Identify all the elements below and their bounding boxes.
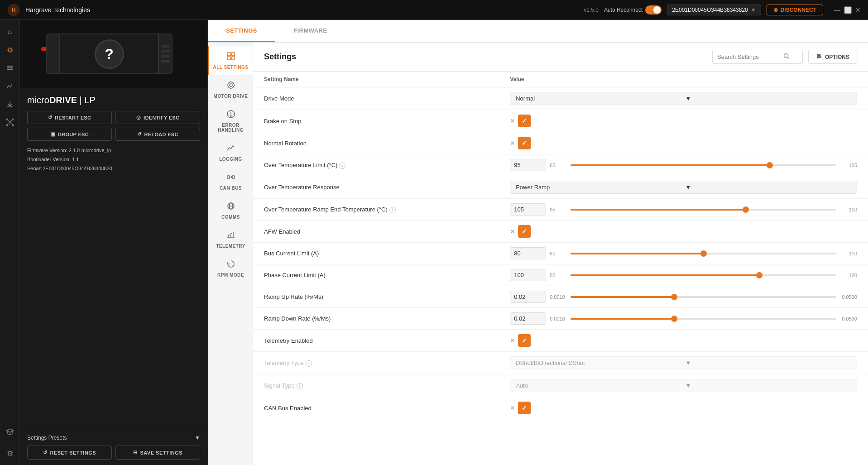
checkbox-x-afw-enabled[interactable]: ✕ [510,228,515,235]
svg-point-36 [784,54,788,58]
setting-name-normal-rotation: Normal Rotation [264,140,307,147]
checkbox-x-normal-rotation[interactable]: ✕ [510,139,515,147]
reset-settings-button[interactable]: ↺ RESET SETTINGS [27,446,112,460]
close-icon[interactable]: ✕ [855,6,861,14]
minimize-icon[interactable]: — [834,6,840,14]
checkbox-brake-on-stop[interactable] [518,115,531,127]
checkbox-normal-rotation[interactable] [518,137,531,149]
dropdown-arrow-icon: ▼ [686,184,851,191]
sidebar-item-gear-bottom[interactable]: ⚙ [2,445,18,461]
dropdown-drive-mode[interactable]: Normal▼ [510,92,857,105]
settings-content: ALL SETTINGS MOTOR DRIVE [208,43,868,465]
value-input-over-temp-limit[interactable] [510,159,546,171]
sidebar-item-layers[interactable] [2,60,18,76]
setting-name-signal-type: Signal Typei [264,382,303,389]
nav-error-handling[interactable]: ERROR HANDLING [208,104,253,138]
checkbox-x-brake-on-stop[interactable]: ✕ [510,117,515,125]
slider-thumb-bus-current-limit[interactable] [700,250,707,257]
device-selector[interactable]: 2E001D00045O344B38343820 ▼ [667,5,761,15]
checkbox-x-telemetry-enabled[interactable]: ✕ [510,337,515,344]
nav-can-bus[interactable]: CAN BUS [208,167,253,196]
nav-logging[interactable]: LOGGING [208,138,253,167]
slider-container-ramp-down-rate: 0.00100.0500 [550,316,857,321]
table-row: Over Temperature Ramp End Temperature (°… [253,199,868,221]
dropdown-signal-type: Auto▼ [510,379,857,392]
slider-fill-over-temp-ramp-end [571,209,746,211]
firmware-label: Firmware Version: [27,148,67,153]
slider-thumb-ramp-down-rate[interactable] [671,316,677,322]
reset-icon: ↺ [43,450,48,455]
slider-thumb-over-temp-limit[interactable] [767,162,773,168]
presets-header[interactable]: Settings Presets ▼ [27,435,200,441]
sidebar-item-settings[interactable]: ⚙ [2,42,18,58]
nav-comms[interactable]: COMMS [208,196,253,225]
sidebar-item-home[interactable]: ⌂ [2,24,18,40]
disconnect-button[interactable]: ⊗ DISCONNECT [767,5,823,15]
slider-max-label-over-temp-limit: 105 [839,163,857,168]
value-input-over-temp-ramp-end[interactable] [510,203,546,216]
checkbox-x-can-bus-enabled[interactable]: ✕ [510,404,515,412]
table-row: Over Temperature Limit (°C)i65105 [253,154,868,176]
slider-track-ramp-down-rate[interactable] [571,318,836,320]
dropdown-over-temp-response[interactable]: Power Ramp▼ [510,181,857,194]
can-bus-icon [226,173,235,184]
slider-fill-bus-current-limit [571,253,703,254]
settings-table: Setting Name Value Drive ModeNormal▼Brak… [253,72,868,419]
info-icon-signal-type[interactable]: i [297,383,303,389]
slider-track-bus-current-limit[interactable] [571,253,836,254]
slider-cell-ramp-up-rate: 0.00100.0500 [510,291,857,303]
nav-telemetry[interactable]: TELEMETRY [208,225,253,254]
svg-rect-17 [231,53,235,56]
checkbox-can-bus-enabled[interactable] [518,402,531,414]
checkbox-telemetry-enabled[interactable] [518,334,531,347]
group-esc-button[interactable]: ▣ GROUP ESC [27,128,112,141]
settings-presets-panel: Settings Presets ▼ ↺ RESET SETTINGS ⊟ SA… [20,429,207,465]
autoreconnect-toggle[interactable] [645,5,662,14]
sidebar-item-chart[interactable] [2,78,18,94]
options-button[interactable]: OPTIONS [808,50,857,64]
restore-icon[interactable]: ⬜ [844,6,852,14]
value-input-phase-current-limit[interactable] [510,269,546,281]
logging-icon [226,144,235,155]
sidebar-item-graduation[interactable] [2,423,18,440]
value-input-bus-current-limit[interactable] [510,247,546,259]
search-icon [783,53,790,61]
search-settings-input[interactable] [717,53,781,60]
settings-title: Settings [264,52,707,62]
reload-icon: ↺ [137,131,141,137]
slider-track-over-temp-ramp-end[interactable] [571,209,836,211]
value-input-ramp-down-rate[interactable] [510,312,546,325]
reload-esc-button[interactable]: ↺ RELOAD ESC [115,128,200,141]
nav-motor-drive[interactable]: MOTOR DRIVE [208,75,253,104]
checkbox-afw-enabled[interactable] [518,225,531,238]
slider-cell-phase-current-limit: 50120 [510,269,857,281]
presets-chevron-icon: ▼ [195,435,200,441]
restart-esc-button[interactable]: ↺ RESTART ESC [27,111,112,124]
identify-esc-button[interactable]: ◎ IDENTIFY ESC [115,111,200,124]
nav-rpm-mode[interactable]: RPM MODE [208,254,253,283]
disconnect-icon: ⊗ [773,7,778,13]
slider-thumb-ramp-up-rate[interactable] [671,294,677,300]
slider-track-over-temp-limit[interactable] [571,164,836,166]
info-icon-over-temp-limit[interactable]: i [339,163,345,169]
save-settings-button[interactable]: ⊟ SAVE SETTINGS [115,446,200,460]
slider-track-phase-current-limit[interactable] [571,274,836,276]
info-icon-telemetry-type[interactable]: i [306,360,312,367]
nav-all-settings[interactable]: ALL SETTINGS [208,46,253,75]
search-settings-container[interactable] [712,50,803,64]
tab-settings[interactable]: SETTINGS [208,20,275,42]
sidebar-item-download[interactable] [2,96,18,112]
info-icon-over-temp-ramp-end[interactable]: i [389,207,396,213]
slider-track-ramp-up-rate[interactable] [571,296,836,298]
slider-thumb-phase-current-limit[interactable] [756,272,762,278]
all-settings-icon [226,52,235,63]
tab-firmware[interactable]: FIRMWARE [275,20,345,42]
device-panel: ? [20,20,208,465]
slider-fill-over-temp-limit [571,164,770,166]
value-input-ramp-up-rate[interactable] [510,291,546,303]
slider-thumb-over-temp-ramp-end[interactable] [743,206,749,213]
autoreconnect-container: Auto Reconnect [604,5,662,14]
sidebar-item-drone[interactable] [2,114,18,130]
setting-name-bus-current-limit: Bus Current Limit (A) [264,250,319,257]
slider-fill-phase-current-limit [571,274,759,276]
